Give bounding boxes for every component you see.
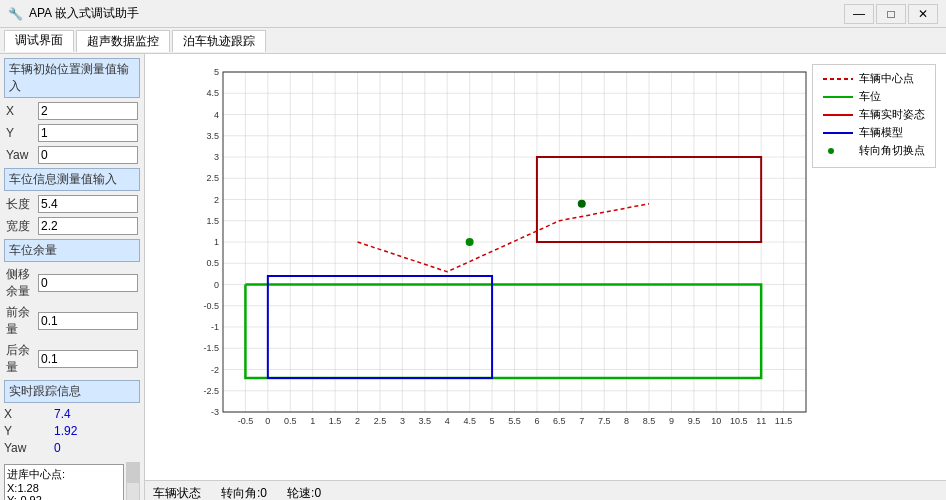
tab-ultrasonic[interactable]: 超声数据监控 [76, 30, 170, 52]
legend-vehicle-pose-icon [823, 111, 853, 119]
section-parking-info: 车位信息测量值输入 [4, 168, 140, 191]
label-side-margin: 侧移余量 [6, 266, 38, 300]
input-side-margin[interactable] [38, 274, 138, 292]
input-rear-margin[interactable] [38, 350, 138, 368]
steering-info: 转向角:0 [221, 485, 267, 500]
menu-bar: 调试界面 超声数据监控 泊车轨迹跟踪 [0, 28, 946, 54]
section-realtime: 实时跟踪信息 [4, 380, 140, 403]
wheelspeed-label: 轮速: [287, 486, 314, 500]
tab-trajectory[interactable]: 泊车轨迹跟踪 [172, 30, 266, 52]
legend-steering-point-label: 转向角切换点 [859, 143, 925, 158]
input-yaw-init[interactable] [38, 146, 138, 164]
legend-vehicle-model-label: 车辆模型 [859, 125, 903, 140]
close-button[interactable]: ✕ [908, 4, 938, 24]
input-width[interactable] [38, 217, 138, 235]
section-margin: 车位余量 [4, 239, 140, 262]
wheelspeed-value: 0 [314, 486, 321, 500]
steering-value: 0 [260, 486, 267, 500]
info-y: Y 1.92 [4, 424, 140, 438]
maximize-button[interactable]: □ [876, 4, 906, 24]
minimize-button[interactable]: — [844, 4, 874, 24]
app-title: APA 嵌入式调试助手 [29, 5, 139, 22]
legend-vehicle-model: 车辆模型 [823, 125, 925, 140]
label-rear-margin: 后余量 [6, 342, 38, 376]
app-icon: 🔧 [8, 7, 23, 21]
legend-vehicle-pose: 车辆实时姿态 [823, 107, 925, 122]
wheelspeed-info: 轮速:0 [287, 485, 321, 500]
field-rear-margin: 后余量 [4, 342, 140, 376]
legend-vehicle-pose-label: 车辆实时姿态 [859, 107, 925, 122]
section-vehicle-init: 车辆初始位置测量值输入 [4, 58, 140, 98]
status-row: 车辆状态 转向角:0 轮速:0 [153, 485, 938, 500]
vehicle-status-label: 车辆状态 [153, 485, 201, 500]
info-yaw: Yaw 0 [4, 441, 140, 455]
log-scrollbar[interactable] [126, 462, 140, 500]
bottom-bar: 车辆状态 转向角:0 轮速:0 清除 上一帧 下一帧 开始泊车 停止泊车 仿真功… [145, 480, 946, 500]
log-text: 进库中心点:X:1.28Y:-0.92车位满足泊车条件尝试次数为：6第0转向点： [7, 467, 121, 500]
legend-vehicle-model-icon [823, 129, 853, 137]
input-front-margin[interactable] [38, 312, 138, 330]
info-value-y: 1.92 [54, 424, 77, 438]
field-x-init: X [4, 102, 140, 120]
right-panel: 车辆中心点 车位 车辆实时姿态 [145, 54, 946, 500]
info-label-x: X [4, 407, 44, 421]
info-value-yaw: 0 [54, 441, 61, 455]
steering-label: 转向角: [221, 486, 260, 500]
legend-steering-point-icon [823, 147, 853, 155]
field-side-margin: 侧移余量 [4, 266, 140, 300]
label-width: 宽度 [6, 218, 38, 235]
info-value-x: 7.4 [54, 407, 71, 421]
tab-debug[interactable]: 调试界面 [4, 30, 74, 52]
info-label-yaw: Yaw [4, 441, 44, 455]
field-front-margin: 前余量 [4, 304, 140, 338]
legend-parking-space-icon [823, 93, 853, 101]
field-yaw-init: Yaw [4, 146, 140, 164]
label-x-init: X [6, 104, 38, 118]
legend-steering-point: 转向角切换点 [823, 143, 925, 158]
field-y-init: Y [4, 124, 140, 142]
svg-point-4 [828, 148, 834, 154]
legend-box: 车辆中心点 车位 车辆实时姿态 [812, 64, 936, 168]
input-y-init[interactable] [38, 124, 138, 142]
input-x-init[interactable] [38, 102, 138, 120]
info-label-y: Y [4, 424, 44, 438]
legend-center-point-label: 车辆中心点 [859, 71, 914, 86]
label-yaw-init: Yaw [6, 148, 38, 162]
field-length: 长度 [4, 195, 140, 213]
legend-center-point-icon [823, 75, 853, 83]
info-x: X 7.4 [4, 407, 140, 421]
field-width: 宽度 [4, 217, 140, 235]
left-panel: 车辆初始位置测量值输入 X Y Yaw 车位信息测量值输入 长度 宽度 车位余量… [0, 54, 145, 500]
input-length[interactable] [38, 195, 138, 213]
legend-center-point: 车辆中心点 [823, 71, 925, 86]
legend-parking-space: 车位 [823, 89, 925, 104]
chart-area: 车辆中心点 车位 车辆实时姿态 [145, 54, 946, 480]
title-bar: 🔧 APA 嵌入式调试助手 — □ ✕ [0, 0, 946, 28]
label-front-margin: 前余量 [6, 304, 38, 338]
label-length: 长度 [6, 196, 38, 213]
log-area: 进库中心点:X:1.28Y:-0.92车位满足泊车条件尝试次数为：6第0转向点： [4, 464, 124, 500]
legend-parking-space-label: 车位 [859, 89, 881, 104]
label-y-init: Y [6, 126, 38, 140]
